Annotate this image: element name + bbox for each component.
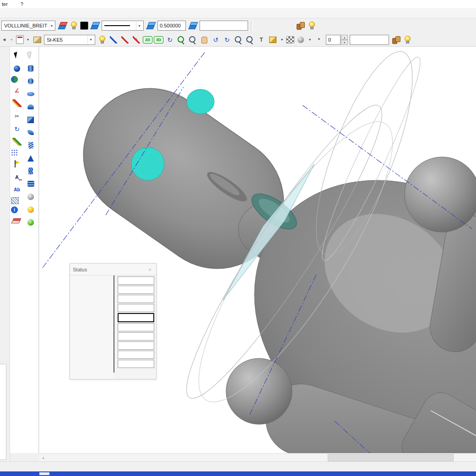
pen-layers-icon[interactable]	[188, 21, 198, 31]
hatch-pattern-icon[interactable]	[11, 197, 19, 204]
status-row[interactable]	[118, 295, 154, 303]
zoom-in-icon[interactable]	[233, 35, 243, 45]
tsquare-icon[interactable]: T	[256, 35, 266, 45]
chevron-down-icon[interactable]: ▾	[136, 22, 142, 30]
status-row[interactable]	[118, 351, 154, 359]
edit-pencil-icon[interactable]	[11, 136, 23, 147]
zoom-select-icon[interactable]	[176, 35, 186, 45]
render-sphere-gray-icon[interactable]	[25, 191, 37, 202]
status-row[interactable]	[118, 332, 154, 341]
menu-item-window[interactable]: ter	[0, 0, 10, 8]
marker-star-icon[interactable]: *	[314, 35, 324, 45]
layer-bulb-icon[interactable]	[97, 35, 107, 45]
render-dropdown-icon[interactable]: ▾	[307, 35, 313, 45]
zoom-stepper[interactable]: 0 ▴ ▾	[326, 35, 348, 45]
solid-rounded-cylinder-icon[interactable]	[25, 76, 37, 87]
marker-flag-icon[interactable]	[11, 159, 23, 169]
element-edit-icon[interactable]: E	[131, 35, 141, 45]
solid-thread-icon[interactable]	[25, 166, 37, 176]
status-row[interactable]	[118, 286, 154, 294]
panel-close-icon[interactable]: ×	[9, 37, 14, 43]
coordinate-input[interactable]	[350, 35, 389, 45]
layer-combo[interactable]: St-KE5 ▾	[44, 35, 95, 45]
close-icon[interactable]: ×	[146, 266, 153, 273]
render-sphere-icon[interactable]	[296, 35, 306, 45]
iso-dropdown-icon[interactable]: ▾	[279, 35, 285, 45]
status-row[interactable]	[118, 323, 154, 331]
status-dialog-titlebar[interactable]: Status ×	[70, 264, 156, 276]
render-sphere-green-icon[interactable]	[25, 217, 37, 227]
mesh-shade-icon[interactable]	[286, 36, 294, 43]
mannequin-figure[interactable]	[57, 62, 476, 453]
select-cursor-icon[interactable]	[11, 50, 23, 61]
rotate-view-icon[interactable]: ↻	[165, 35, 175, 45]
pan-hand-icon[interactable]	[199, 35, 209, 45]
view-redo-icon[interactable]: ↻	[222, 35, 232, 45]
measure-angle-icon[interactable]: ∠	[11, 85, 23, 96]
status-dialog[interactable]: Status ×	[70, 263, 157, 379]
rotate-copy-icon[interactable]: ↻	[11, 124, 23, 134]
figure-eye-right[interactable]	[187, 89, 214, 114]
pen-input[interactable]	[200, 21, 248, 31]
line-width-input[interactable]: 0.500000	[157, 21, 186, 31]
status-row[interactable]	[118, 304, 154, 312]
select-solid-cursor-icon[interactable]	[25, 50, 37, 61]
status-row[interactable]	[118, 276, 154, 285]
solid-cube-icon[interactable]	[25, 114, 37, 125]
solid-shell-icon[interactable]	[25, 127, 37, 138]
collapsed-panel[interactable]	[0, 364, 6, 460]
redline-pen-icon[interactable]	[120, 35, 130, 45]
group-visibility-bulb-icon[interactable]	[307, 21, 317, 31]
drawing-page-icon[interactable]	[16, 35, 24, 44]
render-sphere-yellow-icon[interactable]	[25, 204, 37, 215]
line-type-combo[interactable]: VOLLLINIE_BREIT ▾	[1, 21, 55, 31]
trim-scissors-icon[interactable]: ✂	[11, 111, 23, 121]
status-list-panel[interactable]	[70, 276, 114, 379]
view-2d-icon[interactable]: 2D	[143, 36, 152, 43]
solid-disc-icon[interactable]	[25, 89, 37, 99]
viewport-3d[interactable]: Status ×	[39, 47, 476, 453]
dock-grip-icon[interactable]: ◀	[1, 37, 7, 43]
stepper-up-icon[interactable]: ▴	[341, 35, 348, 40]
group-visibility-bulb-icon[interactable]	[402, 35, 412, 45]
chevron-down-icon[interactable]: ▾	[49, 22, 54, 30]
text-leader-icon[interactable]: A	[11, 172, 23, 182]
line-width-layers-icon[interactable]	[146, 21, 156, 31]
zoom-extents-icon[interactable]	[245, 35, 255, 45]
shading-mode-icon[interactable]	[11, 76, 18, 83]
solid-dome-icon[interactable]	[25, 102, 37, 112]
solid-spring-icon[interactable]	[25, 140, 37, 151]
scroll-left-icon[interactable]: ‹	[39, 454, 47, 461]
info-icon[interactable]: i	[11, 206, 18, 213]
figure-elbow-joint[interactable]	[226, 358, 292, 424]
layer-visibility-bulb-icon[interactable]	[69, 21, 79, 31]
iso-view-box-icon[interactable]	[268, 35, 278, 45]
view-3d-icon[interactable]: 3D	[154, 36, 163, 43]
snap-grid-icon[interactable]	[11, 149, 18, 157]
stepper-value[interactable]: 0	[326, 35, 341, 45]
selection-pen-icon[interactable]	[108, 35, 119, 45]
solid-plates-icon[interactable]	[25, 178, 37, 189]
drawing-dropdown-icon[interactable]: ▾	[25, 35, 31, 45]
group-select-icon[interactable]	[295, 21, 305, 31]
draw-pencil-icon[interactable]	[11, 98, 23, 108]
chevron-down-icon[interactable]: ▾	[87, 36, 94, 44]
status-row[interactable]	[118, 341, 154, 350]
sphere-select-icon[interactable]	[11, 63, 23, 74]
text-edit-icon[interactable]: Ab	[11, 184, 23, 195]
view-undo-icon[interactable]: ↺	[211, 35, 221, 45]
model-box-icon[interactable]	[32, 35, 42, 45]
stepper-down-icon[interactable]: ▾	[341, 40, 348, 45]
status-row[interactable]	[118, 360, 154, 368]
menu-item-help[interactable]: ?	[19, 0, 25, 8]
figure-eye-left[interactable]	[131, 147, 164, 180]
solid-cylinder-icon[interactable]	[25, 63, 37, 74]
scrollbar-thumb[interactable]	[328, 454, 454, 461]
line-style-combo[interactable]: ▾	[102, 21, 144, 31]
group-select-icon[interactable]	[391, 35, 401, 45]
solid-cone-icon[interactable]	[25, 153, 37, 163]
horizontal-scrollbar[interactable]: ‹	[39, 453, 476, 461]
active-color-swatch[interactable]	[80, 22, 88, 30]
line-type-layers-icon[interactable]	[90, 21, 100, 31]
layer-color-layers-icon[interactable]	[57, 21, 67, 31]
